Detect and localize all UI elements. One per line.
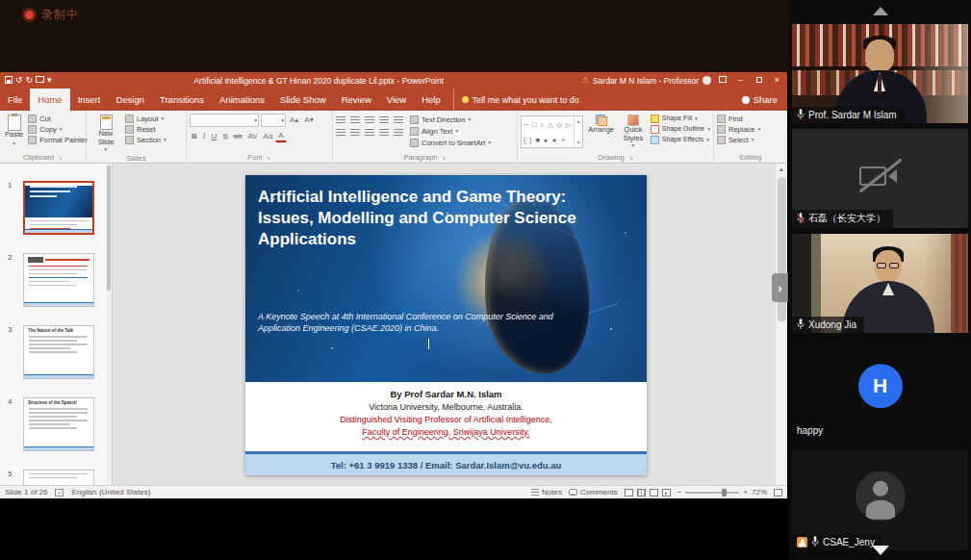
replace-button[interactable]: Replace▾ — [717, 125, 760, 134]
shape-effects-button[interactable]: Shape Effects▾ — [651, 136, 710, 144]
language-status[interactable]: English (United States) — [71, 488, 150, 496]
decrease-indent-button[interactable] — [365, 116, 374, 124]
numbering-button[interactable] — [350, 116, 360, 124]
find-button[interactable]: Find — [717, 115, 760, 123]
notes-button[interactable]: Notes — [531, 488, 562, 496]
slideshow-view-button[interactable]: ▸ — [662, 489, 671, 496]
scroll-up-icon[interactable]: ▲ — [776, 164, 787, 175]
shape-outline-button[interactable]: Shape Outline▾ — [651, 125, 710, 134]
slide-sorter-view-button[interactable] — [637, 489, 646, 496]
zoom-slider-handle[interactable] — [722, 489, 727, 496]
slide-thumbnail-5[interactable] — [23, 470, 94, 485]
shrink-font-button[interactable]: A▾ — [302, 115, 315, 126]
slide-thumbnail-2[interactable] — [23, 253, 94, 307]
grow-font-button[interactable]: A▴ — [288, 115, 300, 126]
font-color-button[interactable]: A — [276, 131, 285, 142]
participant-tile-sardar[interactable]: Prof. Sardar M Islam — [792, 24, 968, 123]
tell-me-box[interactable]: Tell me what you want to do — [453, 89, 587, 111]
zoom-in-button[interactable]: + — [743, 488, 748, 496]
reading-view-button[interactable] — [650, 489, 658, 496]
start-slideshow-button[interactable] — [36, 76, 44, 85]
convert-smartart-button[interactable]: Convert to SmartArt▾ — [410, 139, 491, 147]
tab-home[interactable]: Home — [30, 89, 69, 111]
tab-animations[interactable]: Animations — [212, 89, 272, 111]
line-spacing-button[interactable] — [394, 116, 403, 124]
undo-button[interactable]: ↺ — [15, 76, 23, 85]
normal-view-button[interactable] — [625, 489, 633, 496]
thumbnail-scrollbar-thumb[interactable] — [107, 165, 111, 291]
tab-view[interactable]: View — [379, 89, 414, 111]
align-right-button[interactable] — [365, 129, 374, 137]
zoom-level[interactable]: 72% — [752, 488, 767, 496]
clipboard-dialog-launcher[interactable]: ↘ — [58, 154, 63, 161]
spellcheck-icon[interactable]: ✓ — [55, 489, 64, 496]
cut-button[interactable]: Cut — [28, 115, 88, 123]
thumbnail-scrollbar[interactable] — [106, 164, 112, 485]
bold-button[interactable]: B — [190, 131, 199, 142]
italic-button[interactable]: I — [201, 131, 208, 142]
layout-button[interactable]: Layout▾ — [125, 115, 166, 123]
redo-button[interactable]: ↻ — [26, 76, 34, 85]
font-dialog-launcher[interactable]: ↘ — [266, 154, 270, 161]
change-case-button[interactable]: Aa — [262, 131, 275, 142]
paste-button[interactable]: Paste ▾ — [3, 114, 25, 148]
columns-button[interactable] — [394, 129, 403, 137]
scroll-up-arrow[interactable] — [873, 7, 888, 15]
slide-subtitle[interactable]: A Keynote Speech at 4th International Co… — [258, 311, 590, 334]
select-button[interactable]: Select▾ — [717, 136, 760, 144]
tab-slide-show[interactable]: Slide Show — [272, 89, 334, 111]
account-name[interactable]: Sardar M N Islam - Professor — [593, 76, 699, 86]
participant-tile-shilei[interactable]: 石磊（长安大学） — [792, 129, 968, 228]
section-button[interactable]: Section▾ — [125, 136, 166, 144]
slide-thumbnail-4[interactable]: Structure of the Speech — [23, 397, 94, 451]
align-center-button[interactable] — [350, 129, 360, 137]
tab-review[interactable]: Review — [334, 89, 379, 111]
align-text-button[interactable]: Align Text▾ — [410, 127, 491, 136]
save-button[interactable] — [5, 76, 13, 86]
tab-insert[interactable]: Insert — [70, 89, 109, 111]
text-shadow-button[interactable]: S — [220, 131, 229, 142]
tab-design[interactable]: Design — [108, 89, 152, 111]
increase-indent-button[interactable] — [379, 116, 389, 124]
account-avatar[interactable] — [703, 76, 711, 85]
participant-tile-jeny[interactable]: CSAE_Jeny — [792, 450, 968, 550]
shapes-gallery-scrollbar[interactable]: ▲▼ — [574, 116, 582, 147]
zoom-slider[interactable] — [685, 492, 739, 494]
shape-fill-button[interactable]: Shape Fill▾ — [651, 115, 710, 123]
new-slide-button[interactable]: New Slide ▾ — [89, 114, 122, 154]
alert-icon[interactable]: ⚠ — [581, 76, 589, 85]
zoom-out-button[interactable]: − — [677, 488, 682, 496]
arrange-button[interactable]: Arrange — [586, 114, 616, 136]
restore-button[interactable] — [752, 72, 766, 89]
ribbon-display-options-button[interactable] — [715, 72, 729, 89]
quick-styles-button[interactable]: Quick Styles ▾ — [619, 114, 648, 150]
share-button[interactable]: Share — [732, 89, 787, 111]
close-button[interactable]: × — [770, 72, 784, 89]
minimize-button[interactable]: – — [733, 72, 748, 89]
participant-tile-happy[interactable]: H happy — [792, 340, 968, 439]
hide-video-panel-arrow[interactable]: › — [772, 273, 788, 302]
slide-thumbnail-3[interactable]: The Nature of the Talk — [23, 325, 94, 379]
fit-slide-button[interactable] — [774, 489, 782, 496]
strikethrough-button[interactable]: ab — [232, 131, 244, 142]
bullets-button[interactable] — [336, 116, 345, 124]
copy-button[interactable]: Copy▾ — [28, 125, 88, 134]
participant-tile-xudong[interactable]: Xudong Jia — [792, 234, 968, 333]
qat-customize-dropdown[interactable]: ▾ — [47, 76, 52, 85]
font-size-select[interactable]: ▾ — [261, 114, 286, 127]
underline-button[interactable]: U — [209, 131, 218, 142]
paragraph-dialog-launcher[interactable]: ↘ — [442, 154, 447, 161]
format-painter-button[interactable]: Format Painter — [28, 136, 88, 144]
tab-transitions[interactable]: Transitions — [152, 89, 212, 111]
slide-author-block[interactable]: By Prof Sardar M.N. Islam Victoria Unive… — [245, 382, 647, 451]
vertical-scrollbar[interactable]: ▲ — [775, 164, 787, 485]
justify-button[interactable] — [379, 129, 389, 137]
text-direction-button[interactable]: Text Direction▾ — [410, 115, 491, 124]
character-spacing-button[interactable]: AV — [245, 131, 259, 142]
slide-canvas[interactable]: Artificial Intelligence and Game Theory:… — [245, 175, 647, 475]
comments-button[interactable]: Comments — [569, 488, 618, 496]
tab-help[interactable]: Help — [414, 89, 448, 111]
reset-button[interactable]: Reset — [125, 125, 166, 134]
shapes-gallery[interactable]: ─ □ ○ △ ◇ ▷ { } ■ ● ★ + ▲▼ — [521, 115, 583, 148]
slide-thumbnail-1[interactable] — [23, 181, 94, 235]
